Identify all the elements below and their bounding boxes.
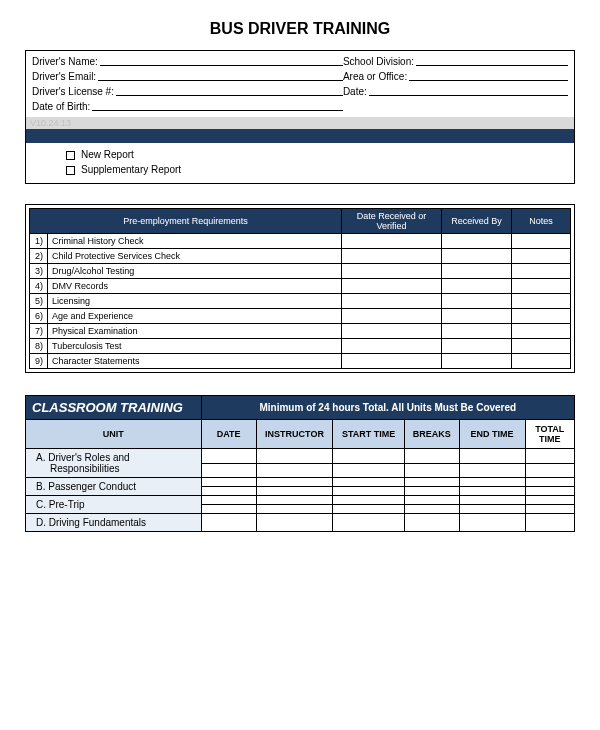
- field-division[interactable]: [416, 54, 568, 66]
- table-row: 4)DMV Records: [30, 279, 571, 294]
- cell-date[interactable]: [201, 487, 256, 496]
- cell-end[interactable]: [459, 463, 525, 478]
- version-watermark: V10.24.13: [26, 117, 574, 129]
- req-notes-cell[interactable]: [511, 264, 570, 279]
- cell-end[interactable]: [459, 496, 525, 505]
- cell-end[interactable]: [459, 487, 525, 496]
- cell-total[interactable]: [525, 496, 574, 505]
- cell-start[interactable]: [333, 505, 404, 514]
- req-date-cell[interactable]: [341, 309, 441, 324]
- cell-breaks[interactable]: [404, 514, 459, 532]
- req-recv-cell[interactable]: [441, 339, 511, 354]
- table-row: C. Pre-Trip: [26, 496, 575, 505]
- req-notes-cell[interactable]: [511, 309, 570, 324]
- cell-start[interactable]: [333, 496, 404, 505]
- driver-info-box: Driver's Name: School Division: Driver's…: [25, 50, 575, 184]
- req-date-cell[interactable]: [341, 354, 441, 369]
- cell-breaks[interactable]: [404, 505, 459, 514]
- cell-date[interactable]: [201, 496, 256, 505]
- field-license[interactable]: [116, 84, 343, 96]
- cell-date[interactable]: [201, 449, 256, 464]
- cell-start[interactable]: [333, 478, 404, 487]
- req-num: 5): [30, 294, 48, 309]
- field-name[interactable]: [100, 54, 343, 66]
- field-area[interactable]: [409, 69, 568, 81]
- cell-instructor[interactable]: [256, 514, 333, 532]
- cell-instructor[interactable]: [256, 487, 333, 496]
- req-recv-cell[interactable]: [441, 249, 511, 264]
- cell-instructor[interactable]: [256, 449, 333, 464]
- req-notes-cell[interactable]: [511, 234, 570, 249]
- cell-end[interactable]: [459, 514, 525, 532]
- req-notes-cell[interactable]: [511, 294, 570, 309]
- cell-instructor[interactable]: [256, 463, 333, 478]
- cell-total[interactable]: [525, 505, 574, 514]
- cell-total[interactable]: [525, 487, 574, 496]
- cell-date[interactable]: [201, 505, 256, 514]
- req-num: 7): [30, 324, 48, 339]
- cell-end[interactable]: [459, 478, 525, 487]
- cell-instructor[interactable]: [256, 505, 333, 514]
- cell-total[interactable]: [525, 478, 574, 487]
- req-num: 2): [30, 249, 48, 264]
- req-header-name: Pre-employment Requirements: [30, 209, 342, 234]
- cell-start[interactable]: [333, 514, 404, 532]
- col-breaks: BREAKS: [404, 420, 459, 449]
- field-email[interactable]: [98, 69, 343, 81]
- req-recv-cell[interactable]: [441, 264, 511, 279]
- req-date-cell[interactable]: [341, 279, 441, 294]
- req-label: Licensing: [48, 294, 342, 309]
- req-notes-cell[interactable]: [511, 279, 570, 294]
- req-date-cell[interactable]: [341, 339, 441, 354]
- table-row: A. Driver's Roles and Responsibilities: [26, 449, 575, 464]
- req-recv-cell[interactable]: [441, 294, 511, 309]
- cell-start[interactable]: [333, 449, 404, 464]
- checkbox-supplementary[interactable]: [66, 166, 75, 175]
- cell-total[interactable]: [525, 449, 574, 464]
- cell-breaks[interactable]: [404, 496, 459, 505]
- cell-breaks[interactable]: [404, 487, 459, 496]
- label-new-report: New Report: [81, 149, 134, 160]
- cell-breaks[interactable]: [404, 463, 459, 478]
- cell-start[interactable]: [333, 487, 404, 496]
- req-recv-cell[interactable]: [441, 354, 511, 369]
- table-row: 3)Drug/Alcohol Testing: [30, 264, 571, 279]
- cell-total[interactable]: [525, 463, 574, 478]
- cell-breaks[interactable]: [404, 449, 459, 464]
- req-date-cell[interactable]: [341, 324, 441, 339]
- req-recv-cell[interactable]: [441, 324, 511, 339]
- cell-start[interactable]: [333, 463, 404, 478]
- checkbox-new-report[interactable]: [66, 151, 75, 160]
- cell-instructor[interactable]: [256, 496, 333, 505]
- req-notes-cell[interactable]: [511, 324, 570, 339]
- req-notes-cell[interactable]: [511, 354, 570, 369]
- cell-breaks[interactable]: [404, 478, 459, 487]
- req-label: Tuberculosis Test: [48, 339, 342, 354]
- req-date-cell[interactable]: [341, 234, 441, 249]
- req-recv-cell[interactable]: [441, 279, 511, 294]
- unit-label: A. Driver's Roles and Responsibilities: [26, 449, 202, 478]
- cell-end[interactable]: [459, 505, 525, 514]
- req-recv-cell[interactable]: [441, 309, 511, 324]
- label-email: Driver's Email:: [32, 69, 98, 84]
- field-date[interactable]: [369, 84, 568, 96]
- unit-label: B. Passenger Conduct: [26, 478, 202, 496]
- cell-end[interactable]: [459, 449, 525, 464]
- cell-instructor[interactable]: [256, 478, 333, 487]
- req-recv-cell[interactable]: [441, 234, 511, 249]
- cell-total[interactable]: [525, 514, 574, 532]
- req-date-cell[interactable]: [341, 294, 441, 309]
- cell-date[interactable]: [201, 478, 256, 487]
- cell-date[interactable]: [201, 463, 256, 478]
- req-date-cell[interactable]: [341, 249, 441, 264]
- req-num: 1): [30, 234, 48, 249]
- req-date-cell[interactable]: [341, 264, 441, 279]
- req-num: 3): [30, 264, 48, 279]
- field-dob[interactable]: [92, 99, 343, 111]
- req-label: Physical Examination: [48, 324, 342, 339]
- requirements-box: Pre-employment Requirements Date Receive…: [25, 204, 575, 373]
- req-num: 4): [30, 279, 48, 294]
- req-notes-cell[interactable]: [511, 249, 570, 264]
- cell-date[interactable]: [201, 514, 256, 532]
- req-notes-cell[interactable]: [511, 339, 570, 354]
